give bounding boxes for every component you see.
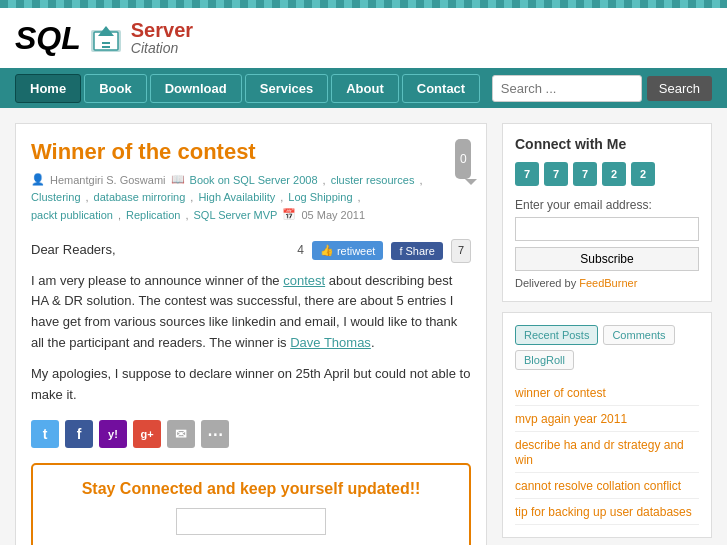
connect-icon-5[interactable]: 2 xyxy=(631,162,655,186)
meta-link-cluster[interactable]: cluster resources xyxy=(331,174,415,186)
logo-citation: Citation xyxy=(131,41,193,56)
stay-connected-email[interactable] xyxy=(176,508,326,535)
search-input[interactable] xyxy=(492,75,642,102)
recent-post-link-5[interactable]: tip for backing up user databases xyxy=(515,505,692,519)
tab-recent-posts[interactable]: Recent Posts xyxy=(515,325,598,345)
tab-comments[interactable]: Comments xyxy=(603,325,674,345)
meta-link-packt[interactable]: packt publication xyxy=(31,209,113,221)
logo-server: Server xyxy=(131,19,193,41)
stay-connected-box: Stay Connected and keep yourself updated… xyxy=(31,463,471,545)
svg-rect-3 xyxy=(102,42,110,44)
like-button[interactable]: 👍 retiweet xyxy=(312,241,384,260)
meta-link-clustering[interactable]: Clustering xyxy=(31,191,81,203)
logo-sql: SQL xyxy=(15,20,81,57)
recent-posts-section: Recent Posts Comments BlogRoll winner of… xyxy=(502,312,712,538)
post-date: 05 May 2011 xyxy=(301,209,365,221)
logo-icon xyxy=(86,18,126,58)
like-count: 4 xyxy=(297,241,304,260)
google-share-icon[interactable]: g+ xyxy=(133,420,161,448)
connect-icon-3[interactable]: 7 xyxy=(573,162,597,186)
email-label: Enter your email address: xyxy=(515,198,699,212)
comment-bubble[interactable]: 0 xyxy=(455,139,471,179)
recent-posts-list: winner of contest mvp again year 2011 de… xyxy=(515,380,699,525)
yahoo-share-icon[interactable]: y! xyxy=(99,420,127,448)
like-label: retiweet xyxy=(337,245,376,257)
like-icon: 👍 xyxy=(320,244,334,257)
meta-link-replication[interactable]: Replication xyxy=(126,209,180,221)
nav-book[interactable]: Book xyxy=(84,74,147,103)
post-body-text1: I am very please to announce winner of t… xyxy=(31,271,471,354)
recent-post-link-3[interactable]: describe ha and dr strategy and win xyxy=(515,438,684,467)
svg-rect-4 xyxy=(102,46,110,48)
post-meta: 👤 Hemantgiri S. Goswami 📖 Book on SQL Se… xyxy=(31,173,445,221)
search-button[interactable]: Search xyxy=(647,76,712,101)
comment-count: 0 xyxy=(460,152,467,166)
recent-tabs: Recent Posts Comments BlogRoll xyxy=(515,325,699,370)
connect-title: Connect with Me xyxy=(515,136,699,152)
connect-icon-1[interactable]: 7 xyxy=(515,162,539,186)
share-more-icon[interactable]: ⋯ xyxy=(201,420,229,448)
person-icon: 👤 xyxy=(31,173,45,186)
top-bar xyxy=(0,0,727,8)
recent-post-link-4[interactable]: cannot resolve collation conflict xyxy=(515,479,681,493)
logo-text: Server Citation xyxy=(131,19,193,56)
list-item: tip for backing up user databases xyxy=(515,499,699,525)
content-area: Winner of the contest 👤 Hemantgiri S. Go… xyxy=(15,123,487,545)
post-title: Winner of the contest xyxy=(31,139,445,165)
post-body: Dear Readers, 4 👍 retiweet f Share 7 I a… xyxy=(31,239,471,448)
connect-icon-2[interactable]: 7 xyxy=(544,162,568,186)
nav-contact[interactable]: Contact xyxy=(402,74,480,103)
recent-post-link-1[interactable]: winner of contest xyxy=(515,386,606,400)
email-share-icon[interactable]: ✉ xyxy=(167,420,195,448)
twitter-share-icon[interactable]: t xyxy=(31,420,59,448)
post-body-text2: My apologies, I suppose to declare winne… xyxy=(31,364,471,406)
subscribe-button[interactable]: Subscribe xyxy=(515,247,699,271)
email-subscribe-input[interactable] xyxy=(515,217,699,241)
connect-section: Connect with Me 7 7 7 2 2 Enter your ema… xyxy=(502,123,712,302)
list-item: winner of contest xyxy=(515,380,699,406)
book-icon: 📖 xyxy=(171,173,185,186)
connect-icon-4[interactable]: 2 xyxy=(602,162,626,186)
meta-link-mirroring[interactable]: database mirroring xyxy=(94,191,186,203)
sidebar: Connect with Me 7 7 7 2 2 Enter your ema… xyxy=(502,123,712,545)
fb-share-label: f Share xyxy=(399,245,434,257)
tab-blogroll[interactable]: BlogRoll xyxy=(515,350,574,370)
share-icons-row: t f y! g+ ✉ ⋯ xyxy=(31,420,471,448)
contest-link[interactable]: contest xyxy=(283,273,325,288)
connect-icons-row: 7 7 7 2 2 xyxy=(515,162,699,186)
meta-link-log[interactable]: Log Shipping xyxy=(288,191,352,203)
meta-link-book[interactable]: Book on SQL Server 2008 xyxy=(190,174,318,186)
feedburner-link[interactable]: FeedBurner xyxy=(579,277,637,289)
fb-share-button[interactable]: f Share xyxy=(391,242,442,260)
social-row: Dear Readers, 4 👍 retiweet f Share 7 xyxy=(31,239,471,263)
main-container: Winner of the contest 👤 Hemantgiri S. Go… xyxy=(0,108,727,545)
nav-download[interactable]: Download xyxy=(150,74,242,103)
list-item: cannot resolve collation conflict xyxy=(515,473,699,499)
nav-search-container: Search xyxy=(492,75,712,102)
nav-bar: Home Book Download Services About Contac… xyxy=(0,68,727,108)
feedburner-text: Delivered by FeedBurner xyxy=(515,277,699,289)
recent-post-link-2[interactable]: mvp again year 2011 xyxy=(515,412,627,426)
meta-link-mvp[interactable]: SQL Server MVP xyxy=(194,209,278,221)
email-subscribe: Enter your email address: Subscribe Deli… xyxy=(515,198,699,289)
post-greeting: Dear Readers, xyxy=(31,240,116,261)
share-count: 7 xyxy=(451,239,471,263)
post-author: Hemantgiri S. Goswami xyxy=(50,174,166,186)
facebook-share-icon[interactable]: f xyxy=(65,420,93,448)
logo: SQL Server Citation xyxy=(15,18,193,58)
header: SQL Server Citation xyxy=(0,8,727,68)
nav-home[interactable]: Home xyxy=(15,74,81,103)
nav-services[interactable]: Services xyxy=(245,74,329,103)
list-item: describe ha and dr strategy and win xyxy=(515,432,699,473)
cal-icon: 📅 xyxy=(282,208,296,221)
nav-about[interactable]: About xyxy=(331,74,399,103)
list-item: mvp again year 2011 xyxy=(515,406,699,432)
winner-link[interactable]: Dave Thomas xyxy=(290,335,371,350)
stay-connected-title: Stay Connected and keep yourself updated… xyxy=(48,480,454,498)
meta-link-ha[interactable]: High Availability xyxy=(198,191,275,203)
